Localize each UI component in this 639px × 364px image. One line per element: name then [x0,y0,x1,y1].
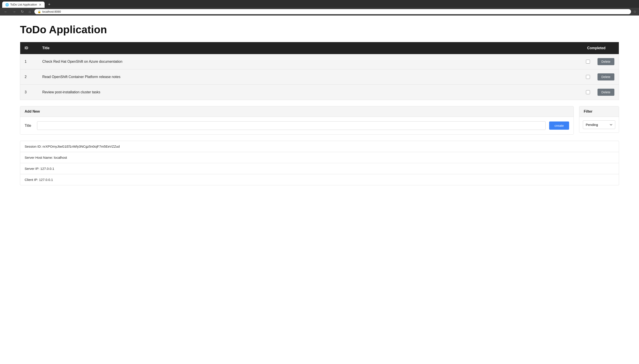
forward-button[interactable]: → [11,9,17,14]
row-completed-cell: Delete [447,70,619,85]
bookmark-icon[interactable]: ☆ [633,10,636,14]
col-header-completed: Completed [447,42,619,54]
title-input[interactable] [37,121,546,130]
page-content: ToDo Application ID Title Completed 1 Ch… [0,16,639,362]
session-id-row: Session ID: nrXPOmyJtwG1Ef1nWly3NCgz5n0o… [20,141,619,152]
filter-body: PendingAllCompleted [579,117,619,132]
completed-checkbox[interactable] [586,75,590,79]
completed-checkbox[interactable] [586,90,590,94]
back-button[interactable]: ← [3,9,9,14]
title-label: Title [25,124,34,128]
row-completed-cell: Delete [447,85,619,100]
browser-address-bar: ← → ↻ ⌂ 🔒 localhost:8080 ☆ [0,8,639,16]
table-row: 3 Review post-installation cluster tasks… [20,85,619,100]
tab-favicon-icon: 🌐 [5,3,9,6]
completed-checkbox[interactable] [586,60,590,64]
new-tab-button[interactable]: + [46,1,52,8]
url-lock-icon: 🔒 [38,10,41,13]
table-row: 1 Check Red Hat OpenShift on Azure docum… [20,54,619,70]
table-body: 1 Check Red Hat OpenShift on Azure docum… [20,54,619,100]
server-ip-row: Server IP: 127.0.0.1 [20,163,619,174]
todo-table: ID Title Completed 1 Check Red Hat OpenS… [20,42,619,100]
url-bar[interactable]: 🔒 localhost:8080 [34,9,631,14]
delete-button[interactable]: Delete [597,89,614,96]
row-title: Read OpenShift Container Platform releas… [38,70,447,85]
table-row: 2 Read OpenShift Container Platform rele… [20,70,619,85]
delete-button[interactable]: Delete [597,58,614,65]
client-ip-row: Client IP: 127.0.0.1 [20,174,619,185]
home-button[interactable]: ⌂ [27,9,32,14]
filter-select[interactable]: PendingAllCompleted [583,120,615,129]
url-text: localhost:8080 [42,10,61,13]
row-title: Check Red Hat OpenShift on Azure documen… [38,54,447,70]
bottom-section: Add New Title create Filter PendingAllCo… [20,106,619,134]
browser-tab-active[interactable]: 🌐 ToDo List Application ✕ [2,2,45,8]
create-button[interactable]: create [549,122,569,130]
filter-header: Filter [579,106,619,117]
tab-close-icon[interactable]: ✕ [39,3,42,6]
add-new-panel: Add New Title create [20,106,574,134]
row-completed-cell: Delete [447,54,619,70]
add-new-body: Title create [20,117,573,134]
server-host-row: Server Host Name: localhost [20,152,619,163]
delete-button[interactable]: Delete [597,74,614,80]
table-header: ID Title Completed [20,42,619,54]
col-header-title: Title [38,42,447,54]
row-id: 3 [20,85,38,100]
browser-chrome: 🌐 ToDo List Application ✕ + ← → ↻ ⌂ 🔒 lo… [0,0,639,16]
add-new-header: Add New [20,106,573,117]
row-id: 2 [20,70,38,85]
browser-tab-bar: 🌐 ToDo List Application ✕ + [0,0,639,8]
col-header-id: ID [20,42,38,54]
row-title: Review post-installation cluster tasks [38,85,447,100]
row-id: 1 [20,54,38,70]
filter-panel: Filter PendingAllCompleted [579,106,619,133]
reload-button[interactable]: ↻ [20,9,25,14]
tab-title: ToDo List Application [10,3,37,6]
page-title: ToDo Application [20,24,619,36]
session-info-panel: Session ID: nrXPOmyJtwG1Ef1nWly3NCgz5n0o… [20,141,619,185]
